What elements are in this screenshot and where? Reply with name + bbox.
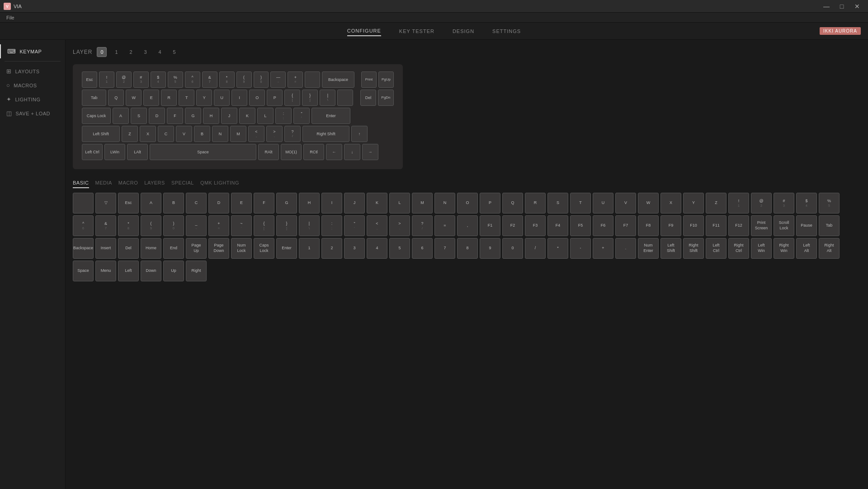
kp-key-64[interactable]: PrintScreen <box>751 215 772 236</box>
key-t[interactable]: T <box>179 90 194 106</box>
key-left[interactable]: ← <box>326 144 342 160</box>
key-k[interactable]: K <box>239 108 255 124</box>
kp-key-26[interactable]: X <box>660 193 681 214</box>
key-z[interactable]: Z <box>122 126 138 142</box>
kp-key-33[interactable]: %5 <box>819 193 840 214</box>
tab-key-tester[interactable]: KEY TESTER <box>399 27 434 36</box>
kp-key-31[interactable]: #3 <box>774 193 794 214</box>
kp-key-15[interactable]: M <box>412 193 433 214</box>
key-del[interactable]: Del <box>360 90 376 106</box>
kp-key-30[interactable]: @2 <box>751 193 772 214</box>
key-left-shift[interactable]: Left Shift <box>82 126 120 142</box>
layer-4[interactable]: 4 <box>155 47 165 57</box>
kp-key-72[interactable]: End <box>163 238 184 259</box>
key-enter[interactable]: Enter <box>311 108 350 124</box>
key-equals[interactable]: += <box>288 71 303 88</box>
key-o[interactable]: O <box>249 90 265 106</box>
kp-key-11[interactable]: I <box>321 193 342 214</box>
kp-key-105[interactable]: Down <box>141 261 161 281</box>
key-3[interactable]: #3 <box>133 71 149 88</box>
key-9[interactable]: (9 <box>236 71 252 88</box>
kp-key-20[interactable]: R <box>525 193 546 214</box>
kp-key-9[interactable]: G <box>276 193 297 214</box>
key-lwin[interactable]: LWin <box>104 144 125 160</box>
key-d[interactable]: D <box>149 108 165 124</box>
kp-key-29[interactable]: !1 <box>728 193 749 214</box>
key-v[interactable]: V <box>176 126 192 142</box>
kp-key-6[interactable]: D <box>208 193 229 214</box>
kp-key-24[interactable]: V <box>615 193 636 214</box>
kp-key-97[interactable]: RightCtrl <box>728 238 749 259</box>
kp-key-40[interactable]: += <box>208 215 229 236</box>
kp-key-16[interactable]: N <box>434 193 455 214</box>
sidebar-item-save-load[interactable]: ◫ SAVE + LOAD <box>0 106 65 120</box>
sidebar-item-layouts[interactable]: ⊞ LAYOUTS <box>0 64 65 78</box>
kp-tab-layers[interactable]: LAYERS <box>144 180 165 188</box>
kp-key-27[interactable]: Y <box>683 193 704 214</box>
kp-key-96[interactable]: LeftCtrl <box>706 238 726 259</box>
kp-key-102[interactable]: Space <box>73 261 94 281</box>
key-semicolon[interactable]: :; <box>275 108 292 124</box>
kp-key-71[interactable]: Home <box>141 238 161 259</box>
kp-key-70[interactable]: Del <box>118 238 139 259</box>
key-h[interactable]: H <box>203 108 219 124</box>
kp-key-8[interactable]: F <box>254 193 274 214</box>
key-y[interactable]: Y <box>196 90 212 106</box>
key-6[interactable]: ^6 <box>185 71 200 88</box>
kp-key-82[interactable]: 5 <box>389 238 410 259</box>
key-rctl[interactable]: RCtl <box>303 144 324 160</box>
key-lbrace[interactable]: {[ <box>284 90 300 106</box>
key-n[interactable]: N <box>212 126 228 142</box>
key-q[interactable]: Q <box>108 90 124 106</box>
kp-key-34[interactable]: ^6 <box>73 215 94 236</box>
layer-3[interactable]: 3 <box>140 47 150 57</box>
key-period[interactable]: >. <box>266 126 283 142</box>
key-j[interactable]: J <box>221 108 237 124</box>
kp-tab-macro[interactable]: MACRO <box>118 180 138 188</box>
kp-key-57[interactable]: F6 <box>593 215 613 236</box>
sidebar-item-lighting[interactable]: ✦ LIGHTING <box>0 92 65 106</box>
kp-key-19[interactable]: Q <box>502 193 523 214</box>
key-minus[interactable]: —- <box>270 71 286 88</box>
kp-key-94[interactable]: LeftShift <box>660 238 681 259</box>
key-0[interactable]: )0 <box>254 71 269 88</box>
kp-tab-special[interactable]: SPECIAL <box>171 180 194 188</box>
kp-key-81[interactable]: 4 <box>367 238 387 259</box>
key-i[interactable]: I <box>231 90 247 106</box>
kp-key-52[interactable]: F1 <box>480 215 500 236</box>
key-p[interactable]: P <box>267 90 283 106</box>
tab-design[interactable]: DESIGN <box>453 27 474 36</box>
key-placeholder2[interactable] <box>337 90 353 106</box>
key-r[interactable]: R <box>161 90 177 106</box>
key-slash[interactable]: ?/ <box>284 126 301 142</box>
key-down[interactable]: ↓ <box>344 144 360 160</box>
key-u[interactable]: U <box>214 90 230 106</box>
kp-key-44[interactable]: |\ <box>299 215 320 236</box>
kp-key-59[interactable]: F8 <box>638 215 659 236</box>
kp-key-7[interactable]: E <box>231 193 252 214</box>
key-b[interactable]: B <box>194 126 210 142</box>
kp-key-53[interactable]: F2 <box>502 215 523 236</box>
kp-key-42[interactable]: {[ <box>254 215 274 236</box>
kp-key-61[interactable]: F10 <box>683 215 704 236</box>
key-g[interactable]: G <box>185 108 201 124</box>
kp-key-21[interactable]: S <box>547 193 568 214</box>
key-5[interactable]: %5 <box>168 71 183 88</box>
kp-key-106[interactable]: Up <box>163 261 184 281</box>
key-print[interactable]: Print <box>361 71 377 88</box>
kp-key-4[interactable]: B <box>163 193 184 214</box>
kp-key-93[interactable]: NumEnter <box>638 238 659 259</box>
kp-key-49[interactable]: ?/ <box>412 215 433 236</box>
key-f[interactable]: F <box>167 108 183 124</box>
key-ralt[interactable]: RAlt <box>258 144 279 160</box>
kp-key-51[interactable]: , <box>457 215 478 236</box>
key-right-shift[interactable]: Right Shift <box>302 126 349 142</box>
kp-key-36[interactable]: *8 <box>118 215 139 236</box>
kp-key-5[interactable]: C <box>186 193 207 214</box>
layer-0[interactable]: 0 <box>97 47 107 57</box>
maximize-button[interactable]: □ <box>835 0 849 13</box>
minimize-button[interactable]: — <box>819 0 834 13</box>
kp-key-92[interactable]: . <box>615 238 636 259</box>
key-s[interactable]: S <box>131 108 147 124</box>
kp-key-107[interactable]: Right <box>186 261 207 281</box>
